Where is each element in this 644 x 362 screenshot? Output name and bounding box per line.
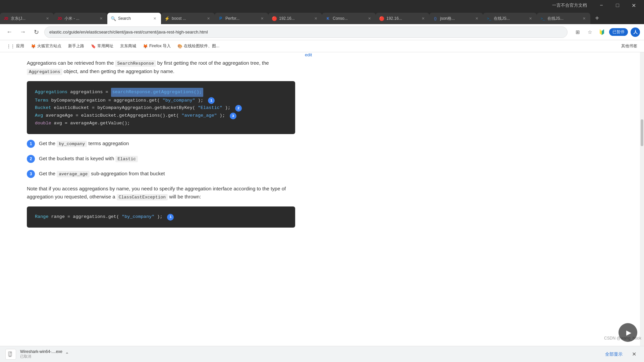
maximize-button[interactable]: □ [610,0,625,11]
tab-jseditor2[interactable]: >_ 在线JS... ✕ [537,13,590,24]
svg-rect-1 [10,352,12,353]
tab-search[interactable]: 🔍 Search ✕ [107,13,161,24]
edit-link[interactable]: edit [305,52,312,57]
ann1-code: by_company [57,141,87,147]
tab-favicon: JD [3,16,9,21]
apps-icon: ⋮⋮ [7,44,15,49]
tab-title: Perfor... [225,16,257,21]
paragraph-1: Aggregations can be retrieved from the S… [27,59,295,76]
annotation-text-1: Get the by_company terms aggregation [39,139,129,148]
bookmark-newuser[interactable]: 新手上路 [65,42,87,50]
download-bar: exe Wireshark-win64-....exe 已取消 ⌃ 全部显示 ✕ [0,346,644,362]
address-icons: ⊞ ☆ 🔰 已暂停 人 [573,27,640,37]
profile-icon[interactable]: 🔰 [597,27,606,37]
annotation-badge-1: 1 [27,140,35,148]
tab-jd2[interactable]: JD 小米 - ... ✕ [54,13,107,24]
other-bookmarks[interactable]: 其他书签 [619,42,640,50]
ann3-code: average_age [57,171,90,177]
drawing-label: 在线绘图软件、图... [184,43,219,49]
bookmark-icon[interactable]: ☆ [585,27,594,37]
code-token: "Elastic" [198,104,222,112]
translate-icon[interactable]: ⊞ [573,27,582,37]
bookmark-drawing[interactable]: 🎨 在线绘图软件、图... [175,42,222,50]
tab-boost[interactable]: ⚡ boost ... ✕ [161,13,215,24]
ann1-text2: terms aggregation [87,140,129,146]
bookmark-common[interactable]: 🔖 常用网址 [88,42,116,50]
jd-label: 京东商城 [120,43,136,49]
show-all-downloads-button[interactable]: 全部显示 [602,350,625,359]
tab-close-button[interactable]: ✕ [152,15,158,21]
tab-jseditor1[interactable]: >_ 在线JS... ✕ [483,13,537,24]
minimize-button[interactable]: − [594,0,609,11]
code-token: ); [198,97,203,105]
tab-close-button[interactable]: ✕ [474,15,480,21]
code-token: "average_age" [181,112,217,120]
code-line-1: Aggregations aggregations = searchRespon… [35,88,287,97]
tab-close-button[interactable]: ✕ [420,15,426,21]
tab-close-button[interactable]: ✕ [259,15,265,21]
code-badge-3: 3 [230,113,236,119]
bookmark-common-label: 常用网址 [97,43,113,49]
code-token: ); [220,112,225,120]
bookmark-common-icon: 🔖 [91,44,96,49]
annotation-item-1: 1 Get the by_company terms aggregation [27,139,295,148]
para1-text1: Aggregations can be retrieved from the [27,60,115,66]
tab-close-button[interactable]: ✕ [44,15,50,21]
url-bar[interactable]: elastic.co/guide/en/elasticsearch/client… [44,26,568,38]
tab-close-button[interactable]: ✕ [581,15,587,21]
close-download-bar-button[interactable]: ✕ [629,350,639,359]
paused-button[interactable]: 已暂停 [609,28,628,36]
refresh-button[interactable]: ↻ [31,27,42,38]
download-chevron-icon[interactable]: ⌃ [65,352,69,357]
tab-json[interactable]: {} json格... ✕ [429,13,483,24]
code-link-highlight[interactable]: searchResponse.getAggregations(); [111,88,203,97]
tab-jd1[interactable]: JD 京东(J... ✕ [0,13,54,24]
tab-favicon: 🔍 [111,16,116,21]
other-bookmarks-label: 其他书签 [621,43,637,49]
tab-close-button[interactable]: ✕ [313,15,319,21]
svg-text:exe: exe [9,355,11,357]
tab-ip1[interactable]: 🔴 192.16... ✕ [268,13,322,24]
download-status: 已取消 [20,354,62,359]
bookmark-foxfire[interactable]: 🦊 火狐官方站点 [28,42,64,50]
tab-title: Search [118,16,150,21]
user-profile-button[interactable]: 人 [631,27,640,37]
tab-close-button[interactable]: ✕ [98,15,104,21]
code-badge-b2-1: 1 [167,214,174,221]
code-token: averageAge = elasticBucket.getAggregatio… [46,112,179,120]
tab-close-button[interactable]: ✕ [366,15,372,21]
bookmark-firefox[interactable]: 🦊 Firefox 导入 [140,42,173,50]
new-tab-button[interactable]: + [592,13,602,23]
tab-title: 192.16... [386,16,418,21]
url-text: elastic.co/guide/en/elasticsearch/client… [49,29,562,35]
code-token: ); [225,104,230,112]
apps-button[interactable]: ⋮⋮ 应用 [4,42,27,50]
back-button[interactable]: ← [4,27,15,38]
close-button[interactable]: ✕ [626,0,641,11]
scrollbar-thumb[interactable] [641,119,643,146]
ann3-text1: Get the [39,171,57,176]
code-token: Aggregations [35,88,67,96]
ann2-text1: Get the buckets that is keyed with [39,156,115,161]
tab-title: 在线JS... [494,16,525,21]
forward-button[interactable]: → [17,27,28,38]
tab-perf[interactable]: P Perfor... ✕ [215,13,268,24]
tab-title: 小米 - ... [64,16,96,21]
tab-close-button[interactable]: ✕ [205,15,211,21]
tab-console[interactable]: K Conso... ✕ [322,13,376,24]
tab-title: 在线JS... [547,16,579,21]
video-player-float[interactable]: ▶ [619,323,637,342]
bookmark-jd[interactable]: 京东商城 [117,42,139,50]
tab-title: json格... [440,16,472,21]
code-line-4: Avg averageAge = elasticBucket.getAggreg… [35,112,287,120]
tab-ip2[interactable]: 🔴 192.16... ✕ [376,13,429,24]
tab-close-button[interactable]: ✕ [527,15,533,21]
para1-code2: Aggregations [27,69,62,75]
code-token: Bucket [35,104,51,112]
scrollbar[interactable] [640,52,644,346]
drawing-icon: 🎨 [177,44,182,49]
code-line-2: Terms byCompanyAggregation = aggregation… [35,97,287,105]
firefox-label: Firefox 导入 [149,43,171,49]
code-badge-1: 1 [208,97,215,104]
paragraph-2: Note that if you access aggregations by … [27,185,295,201]
